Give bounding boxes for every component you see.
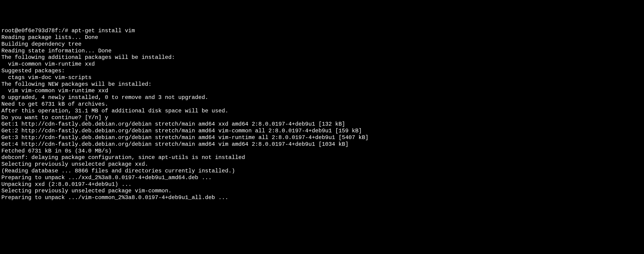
terminal-line: After this operation, 31.1 MB of additio… [2,108,642,114]
terminal-line: The following additional packages will b… [2,54,642,61]
terminal-line: ctags vim-doc vim-scripts [2,74,642,81]
terminal-line: Get:3 http://cdn-fastly.deb.debian.org/d… [2,134,642,141]
terminal-line: Get:1 http://cdn-fastly.deb.debian.org/d… [2,121,642,128]
terminal-line: debconf: delaying package configuration,… [2,154,642,161]
terminal-line: 0 upgraded, 4 newly installed, 0 to remo… [2,94,642,101]
terminal-line: vim-common vim-runtime xxd [2,61,642,68]
terminal-line: Preparing to unpack .../vim-common_2%3a8… [2,194,642,201]
terminal-line: Reading package lists... Done [2,34,642,41]
terminal-line: The following NEW packages will be insta… [2,81,642,88]
terminal-line: Preparing to unpack .../xxd_2%3a8.0.0197… [2,174,642,181]
terminal-line: Selecting previously unselected package … [2,161,642,168]
terminal-line: vim vim-common vim-runtime xxd [2,88,642,94]
terminal-line: Need to get 6731 kB of archives. [2,101,642,108]
terminal-line: Get:2 http://cdn-fastly.deb.debian.org/d… [2,128,642,134]
terminal-line: Reading state information... Done [2,48,642,54]
terminal-line: Do you want to continue? [Y/n] y [2,114,642,121]
terminal-line: Fetched 6731 kB in 0s (34.0 MB/s) [2,148,642,154]
terminal-line: Building dependency tree [2,41,642,48]
terminal-line: Unpacking xxd (2:8.0.0197-4+deb9u1) ... [2,181,642,188]
terminal-window[interactable]: root@e0f6e793d78f:/# apt-get install vim… [2,28,642,201]
terminal-line: Selecting previously unselected package … [2,188,642,194]
terminal-line: (Reading database ... 8866 files and dir… [2,168,642,174]
terminal-line: root@e0f6e793d78f:/# apt-get install vim [2,28,642,34]
terminal-line: Get:4 http://cdn-fastly.deb.debian.org/d… [2,141,642,148]
terminal-line: Suggested packages: [2,68,642,74]
